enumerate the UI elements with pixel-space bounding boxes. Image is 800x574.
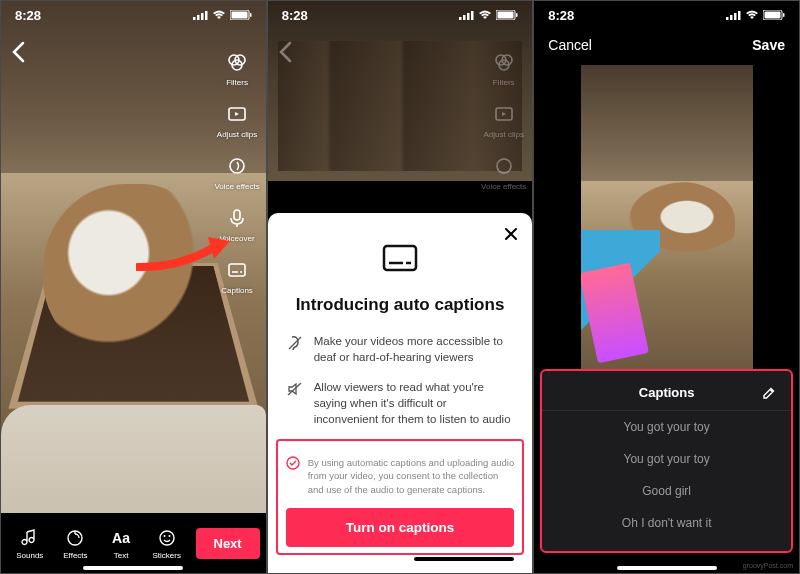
- caption-line[interactable]: You got your toy: [542, 443, 791, 475]
- speaker-off-icon: [286, 380, 304, 398]
- caption-line[interactable]: Oh I don't want it: [542, 507, 791, 539]
- filters-icon: [491, 49, 517, 75]
- edit-captions-button[interactable]: [761, 385, 777, 404]
- voiceover-icon: [224, 205, 250, 231]
- text-label: Text: [114, 551, 129, 560]
- svg-rect-5: [231, 12, 247, 19]
- status-time: 8:28: [548, 8, 574, 23]
- text-icon: Aa: [110, 527, 132, 549]
- status-bar: 8:28: [1, 1, 266, 29]
- modal-bullet-text: Make your videos more accessible to deaf…: [314, 333, 515, 365]
- captions-panel-header: Captions: [542, 381, 791, 411]
- video-preview[interactable]: [581, 65, 753, 371]
- auto-captions-modal: Introducing auto captions Make your vide…: [268, 213, 533, 573]
- adjust-clips-label: Adjust clips: [483, 130, 523, 139]
- status-time: 8:28: [15, 8, 41, 23]
- svg-rect-44: [783, 13, 785, 17]
- sounds-icon: [19, 527, 41, 549]
- status-icons: [459, 10, 518, 20]
- svg-rect-26: [516, 13, 518, 17]
- status-bar: 8:28: [268, 1, 533, 29]
- svg-rect-43: [764, 12, 780, 19]
- svg-point-11: [230, 159, 244, 173]
- stickers-label: Stickers: [152, 551, 180, 560]
- home-indicator[interactable]: [617, 566, 717, 570]
- modal-title: Introducing auto captions: [286, 295, 515, 315]
- signal-icon: [726, 10, 741, 20]
- captions-panel-title: Captions: [639, 385, 695, 400]
- filters-label: Filters: [226, 78, 248, 87]
- wifi-icon: [478, 10, 492, 20]
- svg-rect-6: [250, 13, 252, 17]
- stickers-tool[interactable]: Stickers: [144, 527, 190, 560]
- text-tool[interactable]: Aa Text: [98, 527, 144, 560]
- video-couch: [1, 405, 266, 525]
- filters-tool[interactable]: Filters: [214, 49, 259, 87]
- annotation-arrow: [136, 233, 234, 277]
- wifi-icon: [212, 10, 226, 20]
- consent-text: By using automatic captions and uploadin…: [308, 456, 515, 496]
- battery-icon: [496, 10, 518, 20]
- sounds-label: Sounds: [16, 551, 43, 560]
- adjust-clips-tool: Adjust clips: [481, 101, 526, 139]
- filters-tool: Filters: [481, 49, 526, 87]
- stickers-icon: [156, 527, 178, 549]
- adjust-clips-icon: [491, 101, 517, 127]
- caption-line[interactable]: Good girl: [542, 475, 791, 507]
- status-icons: [726, 10, 785, 20]
- right-toolbar-dimmed: Filters Adjust clips Voice effects: [481, 49, 526, 191]
- svg-rect-41: [738, 11, 741, 20]
- back-button[interactable]: [11, 41, 25, 68]
- check-circle-icon: [286, 456, 300, 470]
- voice-effects-tool[interactable]: Voice effects: [214, 153, 259, 191]
- home-indicator[interactable]: [83, 566, 183, 570]
- captions-hero-icon: [379, 237, 421, 279]
- svg-rect-40: [734, 13, 737, 20]
- sounds-tool[interactable]: Sounds: [7, 527, 53, 560]
- svg-rect-1: [197, 15, 200, 20]
- effects-icon: [64, 527, 86, 549]
- svg-rect-22: [467, 13, 470, 20]
- adjust-clips-tool[interactable]: Adjust clips: [214, 101, 259, 139]
- captions-panel: Captions You got your toy You got your t…: [540, 369, 793, 553]
- voice-effects-icon: [224, 153, 250, 179]
- captions-label: Captions: [221, 286, 253, 295]
- caption-line[interactable]: You got your toy: [542, 411, 791, 443]
- modal-bullet-audio: Allow viewers to read what you're saying…: [286, 379, 515, 427]
- screen-edit-video: 8:28 Filters Adjust clips Voice effects …: [0, 0, 267, 574]
- svg-point-37: [287, 457, 299, 469]
- svg-point-18: [163, 535, 165, 537]
- effects-tool[interactable]: Effects: [53, 527, 99, 560]
- ear-icon: [286, 334, 304, 352]
- svg-rect-39: [730, 15, 733, 20]
- back-button[interactable]: [278, 41, 292, 68]
- save-button[interactable]: Save: [752, 37, 785, 53]
- screen-auto-captions-modal: 8:28 Filters Adjust clips Voice effects …: [267, 0, 534, 574]
- adjust-clips-icon: [224, 101, 250, 127]
- status-bar: 8:28: [534, 1, 799, 29]
- svg-point-17: [160, 531, 174, 545]
- next-button[interactable]: Next: [196, 528, 260, 559]
- turn-on-captions-button[interactable]: Turn on captions: [286, 508, 515, 547]
- home-indicator[interactable]: [414, 557, 514, 561]
- svg-rect-3: [205, 11, 208, 20]
- status-icons: [193, 10, 252, 20]
- svg-rect-0: [193, 17, 196, 20]
- svg-rect-38: [726, 17, 729, 20]
- signal-icon: [459, 10, 474, 20]
- modal-bullet-accessibility: Make your videos more accessible to deaf…: [286, 333, 515, 365]
- signal-icon: [193, 10, 208, 20]
- battery-icon: [763, 10, 785, 20]
- watermark: groovyPost.com: [743, 562, 793, 569]
- screen-captions-editor: 8:28 Cancel Save Captions You got your t…: [533, 0, 800, 574]
- svg-rect-12: [234, 210, 240, 220]
- bottom-toolbar: Sounds Effects Aa Text Stickers Next: [1, 513, 266, 573]
- svg-rect-21: [463, 15, 466, 20]
- svg-point-31: [497, 159, 511, 173]
- modal-bullet-text: Allow viewers to read what you're saying…: [314, 379, 515, 427]
- adjust-clips-label: Adjust clips: [217, 130, 257, 139]
- status-time: 8:28: [282, 8, 308, 23]
- close-button[interactable]: [504, 227, 518, 245]
- cancel-button[interactable]: Cancel: [548, 37, 592, 53]
- voice-effects-icon: [491, 153, 517, 179]
